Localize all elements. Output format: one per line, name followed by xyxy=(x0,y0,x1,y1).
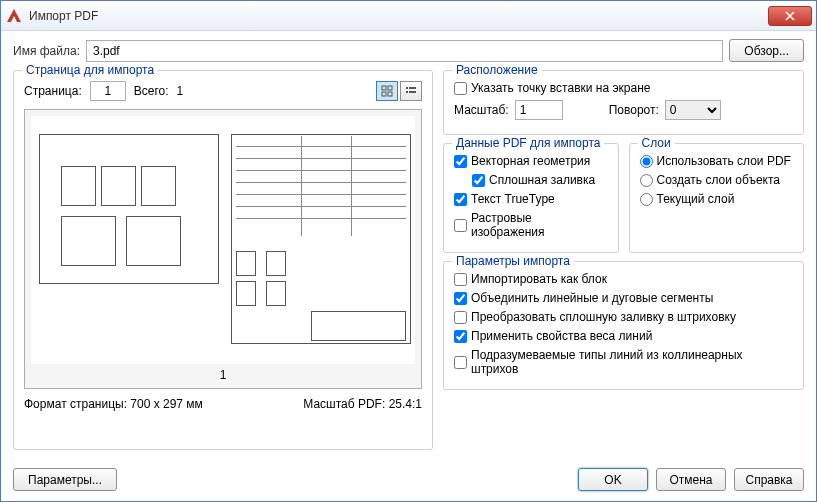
thumbnail-view-button[interactable] xyxy=(376,81,398,101)
rotation-label: Поворот: xyxy=(609,103,659,117)
list-view-button[interactable] xyxy=(400,81,422,101)
close-icon xyxy=(785,11,795,21)
filename-label: Имя файла: xyxy=(13,44,80,58)
pdfdata-layers-row: Данные PDF для импорта Векторная геометр… xyxy=(443,143,804,261)
dialog-content: Имя файла: Обзор... Страница для импорта… xyxy=(1,31,816,501)
pdfdata-groupbox: Данные PDF для импорта Векторная геометр… xyxy=(443,143,619,253)
scale-label: Масштаб: xyxy=(454,103,509,117)
import-options-title: Параметры импорта xyxy=(452,254,574,268)
page-row: Страница: Всего: 1 xyxy=(24,81,422,101)
svg-rect-4 xyxy=(406,87,408,89)
total-value: 1 xyxy=(177,84,184,98)
page-input[interactable] xyxy=(90,81,126,101)
truetype-checkbox[interactable]: Текст TrueType xyxy=(454,192,608,206)
pdfdata-title: Данные PDF для импорта xyxy=(452,136,604,150)
import-options-groupbox: Параметры импорта Импортировать как блок… xyxy=(443,261,804,390)
scale-rotation-row: Масштаб: Поворот: 0 xyxy=(454,100,793,120)
filename-input[interactable] xyxy=(86,40,723,62)
footer: Параметры... OK Отмена Справка xyxy=(13,462,804,501)
current-layer-radio[interactable]: Текущий слой xyxy=(640,192,794,206)
svg-rect-1 xyxy=(388,86,392,90)
page-format: Формат страницы: 700 x 297 мм xyxy=(24,397,203,411)
total-label: Всего: xyxy=(134,84,169,98)
infer-linetypes-checkbox[interactable]: Подразумеваемые типы линий из коллинеарн… xyxy=(454,348,793,376)
help-button[interactable]: Справка xyxy=(734,468,804,491)
svg-rect-3 xyxy=(388,92,392,96)
thumbnail-icon xyxy=(381,85,393,97)
location-title: Расположение xyxy=(452,63,542,77)
preview-sheet xyxy=(31,116,415,364)
preview-page-number: 1 xyxy=(31,364,415,382)
as-block-checkbox[interactable]: Импортировать как блок xyxy=(454,272,793,286)
solidfill-checkbox[interactable]: Сплошная заливка xyxy=(472,173,608,187)
ok-button[interactable]: OK xyxy=(578,468,648,491)
list-icon xyxy=(405,85,417,97)
right-column: Расположение Указать точку вставки на эк… xyxy=(443,70,804,462)
options-button[interactable]: Параметры... xyxy=(13,468,117,491)
layers-title: Слои xyxy=(638,136,675,150)
location-groupbox: Расположение Указать точку вставки на эк… xyxy=(443,70,804,135)
rotation-select[interactable]: 0 xyxy=(665,100,721,120)
dialog-window: Импорт PDF Имя файла: Обзор... Страница … xyxy=(0,0,817,502)
svg-rect-7 xyxy=(409,91,416,93)
close-button[interactable] xyxy=(768,6,812,26)
scale-input[interactable] xyxy=(515,100,563,120)
page-group-title: Страница для импорта xyxy=(22,63,158,77)
pdf-scale: Масштаб PDF: 25.4:1 xyxy=(303,397,422,411)
convert-fill-checkbox[interactable]: Преобразовать сплошную заливку в штрихов… xyxy=(454,310,793,324)
view-toggle xyxy=(376,81,422,101)
file-row: Имя файла: Обзор... xyxy=(13,39,804,62)
lineweight-checkbox[interactable]: Применить свойства веса линий xyxy=(454,329,793,343)
window-title: Импорт PDF xyxy=(29,9,768,23)
browse-button[interactable]: Обзор... xyxy=(729,39,804,62)
insert-point-checkbox[interactable]: Указать точку вставки на экране xyxy=(454,81,793,95)
use-pdf-layers-radio[interactable]: Использовать слои PDF xyxy=(640,154,794,168)
titlebar: Импорт PDF xyxy=(1,1,816,31)
main-area: Страница для импорта Страница: Всего: 1 xyxy=(13,70,804,462)
svg-rect-6 xyxy=(406,91,408,93)
svg-rect-2 xyxy=(382,92,386,96)
vector-checkbox[interactable]: Векторная геометрия xyxy=(454,154,608,168)
raster-checkbox[interactable]: Растровые изображения xyxy=(454,211,608,239)
create-obj-layers-radio[interactable]: Создать слои объекта xyxy=(640,173,794,187)
join-segments-checkbox[interactable]: Объединить линейные и дуговые сегменты xyxy=(454,291,793,305)
layers-groupbox: Слои Использовать слои PDF Создать слои … xyxy=(629,143,805,253)
autocad-icon xyxy=(5,7,23,25)
page-label: Страница: xyxy=(24,84,82,98)
svg-rect-5 xyxy=(409,87,416,89)
left-column: Страница для импорта Страница: Всего: 1 xyxy=(13,70,433,462)
page-groupbox: Страница для импорта Страница: Всего: 1 xyxy=(13,70,433,450)
svg-rect-0 xyxy=(382,86,386,90)
cancel-button[interactable]: Отмена xyxy=(656,468,726,491)
preview-pane[interactable]: 1 xyxy=(24,109,422,389)
page-info-row: Формат страницы: 700 x 297 мм Масштаб PD… xyxy=(24,397,422,411)
